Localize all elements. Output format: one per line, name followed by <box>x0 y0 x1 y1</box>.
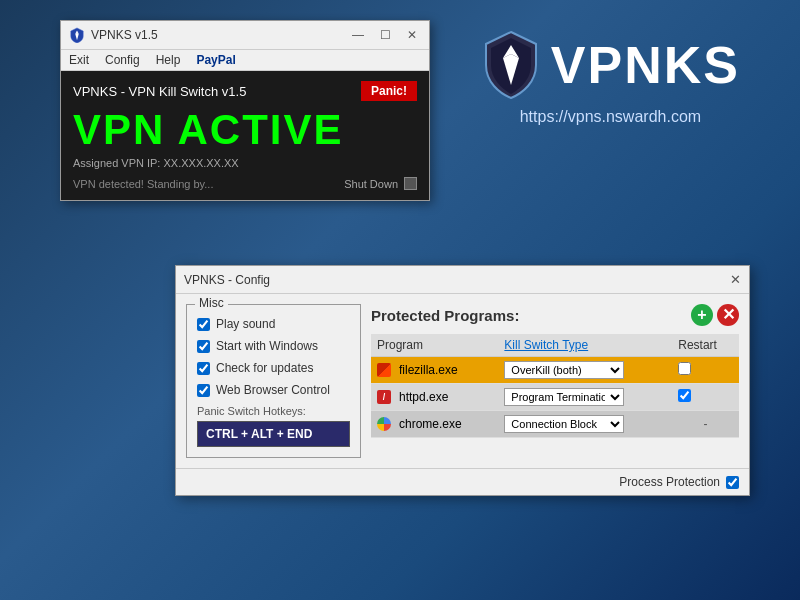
play-sound-label: Play sound <box>216 317 275 331</box>
vpn-titlebar-shield-icon <box>69 27 85 43</box>
logo-area: VPNKS https://vpns.nswardh.com <box>481 30 740 126</box>
config-window-title: VPNKS - Config <box>184 273 270 287</box>
add-program-button[interactable]: + <box>691 304 713 326</box>
vpn-header-text: VPNKS - VPN Kill Switch v1.5 <box>73 84 246 99</box>
restart-cell <box>672 357 739 384</box>
config-window: VPNKS - Config ✕ Misc Play sound Start w… <box>175 265 750 496</box>
menu-exit[interactable]: Exit <box>69 53 89 67</box>
kill-type-select-filezilla[interactable]: OverKill (both) Program Termination Conn… <box>504 361 624 379</box>
vpn-status-text: VPN detected! Standing by... <box>73 178 213 190</box>
web-browser-checkbox[interactable] <box>197 384 210 397</box>
program-name-httpd: httpd.exe <box>399 390 448 404</box>
kill-type-cell: Program Termination OverKill (both) Conn… <box>498 384 672 411</box>
col-restart: Restart <box>672 334 739 357</box>
menu-paypal[interactable]: PayPal <box>196 53 235 67</box>
config-bottom-bar: Process Protection <box>176 468 749 495</box>
program-name-chrome: chrome.exe <box>399 417 462 431</box>
process-protection-checkbox[interactable] <box>726 476 739 489</box>
table-row: / httpd.exe Program Termination OverKill… <box>371 384 739 411</box>
config-close-button[interactable]: ✕ <box>730 272 741 287</box>
chrome-icon <box>377 417 391 431</box>
restart-checkbox-httpd[interactable] <box>678 389 691 402</box>
start-windows-checkbox[interactable] <box>197 340 210 353</box>
config-titlebar: VPNKS - Config ✕ <box>176 266 749 294</box>
filezilla-icon <box>377 363 391 377</box>
protected-programs-panel: Protected Programs: + ✕ Program Kill Swi… <box>371 304 739 458</box>
config-body: Misc Play sound Start with Windows Check… <box>176 294 749 468</box>
start-windows-label: Start with Windows <box>216 339 318 353</box>
shutdown-area: Shut Down <box>344 177 417 190</box>
vpn-status-row: VPN detected! Standing by... Shut Down <box>73 177 417 190</box>
kill-type-select-chrome[interactable]: Connection Block OverKill (both) Program… <box>504 415 624 433</box>
misc-option-web-browser[interactable]: Web Browser Control <box>197 383 350 397</box>
hotkey-label: Panic Switch Hotkeys: <box>197 405 350 417</box>
restart-checkbox-filezilla[interactable] <box>678 362 691 375</box>
httpd-icon: / <box>377 390 391 404</box>
vpn-window: VPNKS v1.5 — ☐ ✕ Exit Config Help PayPal… <box>60 20 430 201</box>
shutdown-checkbox[interactable] <box>404 177 417 190</box>
col-kill-switch: Kill Switch Type <box>498 334 672 357</box>
shutdown-label: Shut Down <box>344 178 398 190</box>
vpn-header-row: VPNKS - VPN Kill Switch v1.5 Panic! <box>73 81 417 101</box>
vpn-menubar: Exit Config Help PayPal <box>61 50 429 71</box>
programs-table: Program Kill Switch Type Restart filezil… <box>371 334 739 438</box>
program-name-cell: chrome.exe <box>371 411 498 438</box>
restart-cell <box>672 384 739 411</box>
shield-icon <box>481 30 541 100</box>
misc-option-play-sound[interactable]: Play sound <box>197 317 350 331</box>
kill-type-cell: Connection Block OverKill (both) Program… <box>498 411 672 438</box>
check-updates-checkbox[interactable] <box>197 362 210 375</box>
program-name-cell: filezilla.exe <box>371 357 498 384</box>
play-sound-checkbox[interactable] <box>197 318 210 331</box>
program-name-cell: / httpd.exe <box>371 384 498 411</box>
panic-button[interactable]: Panic! <box>361 81 417 101</box>
vpn-window-title: VPNKS v1.5 <box>91 28 342 42</box>
protected-buttons: + ✕ <box>691 304 739 326</box>
web-browser-label: Web Browser Control <box>216 383 330 397</box>
vpn-ip-text: Assigned VPN IP: XX.XXX.XX.XX <box>73 157 417 169</box>
logo-url: https://vpns.nswardh.com <box>520 108 701 126</box>
vpn-active-text: VPN ACTIVE <box>73 109 417 151</box>
logo-shield: VPNKS <box>481 30 740 100</box>
vpn-titlebar: VPNKS v1.5 — ☐ ✕ <box>61 21 429 50</box>
minimize-button[interactable]: — <box>348 28 368 42</box>
close-button[interactable]: ✕ <box>403 28 421 42</box>
program-name-filezilla: filezilla.exe <box>399 363 458 377</box>
menu-config[interactable]: Config <box>105 53 140 67</box>
table-row: chrome.exe Connection Block OverKill (bo… <box>371 411 739 438</box>
delete-program-button[interactable]: ✕ <box>717 304 739 326</box>
misc-panel: Misc Play sound Start with Windows Check… <box>186 304 361 458</box>
misc-label: Misc <box>195 296 228 310</box>
misc-option-check-updates[interactable]: Check for updates <box>197 361 350 375</box>
process-protection-label: Process Protection <box>619 475 720 489</box>
menu-help[interactable]: Help <box>156 53 181 67</box>
hotkey-box: CTRL + ALT + END <box>197 421 350 447</box>
protected-title: Protected Programs: <box>371 307 519 324</box>
window-controls: — ☐ ✕ <box>348 28 421 42</box>
misc-options: Play sound Start with Windows Check for … <box>197 317 350 397</box>
maximize-button[interactable]: ☐ <box>376 28 395 42</box>
vpn-content: VPNKS - VPN Kill Switch v1.5 Panic! VPN … <box>61 71 429 200</box>
col-program: Program <box>371 334 498 357</box>
table-row: filezilla.exe OverKill (both) Program Te… <box>371 357 739 384</box>
kill-type-select-httpd[interactable]: Program Termination OverKill (both) Conn… <box>504 388 624 406</box>
logo-text: VPNKS <box>551 35 740 95</box>
restart-cell-dash: - <box>672 411 739 438</box>
kill-type-cell: OverKill (both) Program Termination Conn… <box>498 357 672 384</box>
protected-header: Protected Programs: + ✕ <box>371 304 739 326</box>
misc-option-start-windows[interactable]: Start with Windows <box>197 339 350 353</box>
check-updates-label: Check for updates <box>216 361 313 375</box>
